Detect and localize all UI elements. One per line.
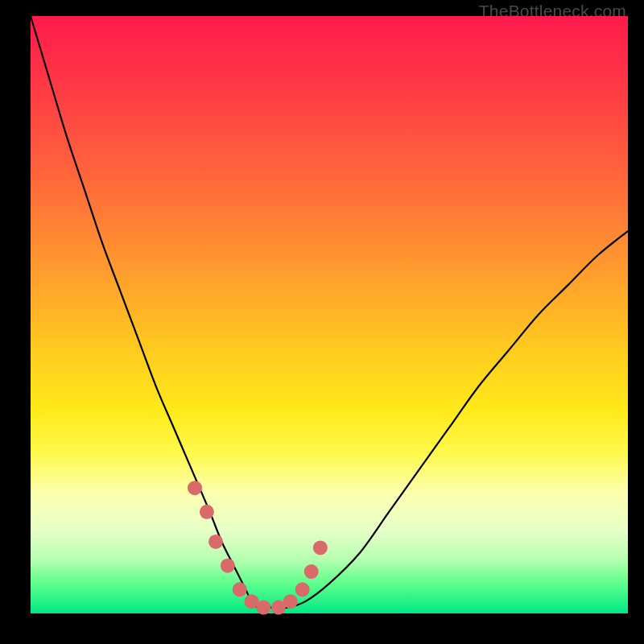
data-marker: [200, 505, 214, 519]
data-marker: [313, 540, 328, 555]
data-marker: [233, 582, 247, 597]
data-marker: [295, 582, 310, 597]
data-marker: [283, 594, 298, 609]
data-marker: [304, 564, 319, 579]
data-marker: [208, 535, 223, 549]
bottleneck-curve: [31, 16, 628, 613]
chart-frame: TheBottleneck.com: [0, 0, 644, 644]
plot-area: [31, 16, 628, 613]
marker-group: [188, 481, 328, 614]
data-marker: [188, 481, 202, 495]
data-marker: [221, 559, 235, 573]
curve-line: [31, 16, 628, 608]
data-marker: [256, 601, 270, 615]
